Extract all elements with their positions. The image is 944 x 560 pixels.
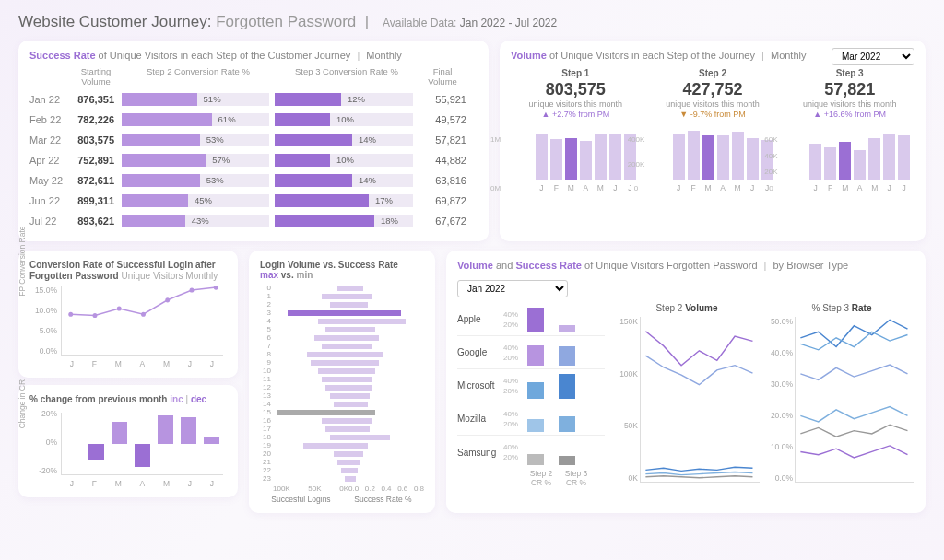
browser-row: Google 40%20%	[457, 336, 605, 369]
browser-row: Microsoft 40%20%	[457, 369, 605, 402]
success-rate-row: Jan 22 876,351 51% 12% 55,921	[30, 90, 478, 109]
title-prefix: Website Customer Journey:	[18, 13, 211, 30]
conversion-subtitle: Unique Visitors Monthly	[121, 271, 218, 281]
sr-step2-bar: 61%	[122, 113, 269, 126]
sr-step3-bar: 14%	[275, 174, 413, 187]
sr-step2-bar: 53%	[122, 174, 269, 187]
sr-final-volume: 63,816	[419, 175, 466, 186]
browser-yaxis: 40%20%	[503, 377, 527, 395]
browser-title: Volume and Success Rate of Unique Visito…	[457, 260, 914, 271]
conversion-plot	[61, 286, 223, 356]
change-title-text: % change from previous month	[30, 394, 167, 404]
butterfly-max: max	[260, 270, 278, 280]
sr-month: Jun 22	[30, 195, 70, 206]
browser-step3-bar	[559, 374, 575, 399]
sr-final-volume: 69,872	[419, 195, 466, 206]
browser-row: Mozilla 40%20%	[457, 402, 605, 436]
success-rate-header: Starting Volume Step 2 Conversion Rate %…	[30, 66, 478, 87]
browser-step3-bar	[559, 416, 575, 432]
butterfly-min: min	[296, 270, 313, 280]
step-subtitle: unique visitors this month	[648, 99, 778, 109]
success-rate-period: Monthly	[366, 50, 402, 61]
volume-step: Step 3 57,821 unique visitors this month…	[785, 68, 914, 192]
browser-bars	[527, 406, 605, 432]
mini-bar	[536, 134, 548, 180]
mini-bar	[673, 134, 685, 180]
svg-point-4	[165, 298, 170, 302]
page-header: Website Customer Journey: Forgotten Pass…	[18, 13, 926, 31]
sr-starting-volume: 803,575	[70, 134, 122, 146]
spark-volume-plot	[640, 317, 760, 483]
svg-point-0	[68, 312, 73, 317]
success-rate-title-em: Success Rate	[30, 50, 96, 61]
volume-step: Step 2 427,752 unique visitors this mont…	[648, 68, 778, 192]
spark-rate-yaxis: 50.0%40.0%30.0%20.0%10.0%0.0%	[769, 317, 793, 483]
butterfly-row-labels: 01234567891011121314151617181920212223	[260, 284, 273, 483]
spark-rate-title: % Step 3 Rate	[769, 303, 914, 313]
sr-final-volume: 67,672	[419, 216, 466, 227]
sr-starting-volume: 876,351	[70, 94, 122, 105]
success-rate-row: Apr 22 752,891 57% 10% 44,882	[30, 151, 478, 169]
browser-yaxis: 40%20%	[503, 344, 527, 362]
change-sep: |	[185, 394, 188, 404]
sr-final-volume: 57,821	[419, 134, 466, 146]
butterfly-xlabels: Succesful Logins Success Rate %	[260, 495, 424, 504]
mini-bar	[732, 132, 744, 180]
browser-yaxis: 40%20%	[503, 310, 527, 329]
sr-starting-volume: 872,611	[70, 175, 122, 186]
browser-name: Apple	[457, 314, 503, 324]
col-step2: Step 2 Conversion Rate %	[122, 66, 275, 87]
mini-month-labels: JFMAMJJ	[805, 183, 914, 192]
volume-period: Monthly	[771, 50, 807, 61]
change-bar-chart: Change in CR 20%0%-20% JFMAMJJ	[30, 409, 227, 488]
volume-steps: Step 1 803,575 unique visitors this mont…	[511, 68, 914, 192]
mini-bars	[805, 124, 914, 181]
separator: |	[357, 50, 360, 61]
page-title: Website Customer Journey: Forgotten Pass…	[18, 13, 373, 31]
change-xaxis: JFMAMJJ	[61, 479, 223, 488]
step-subtitle: unique visitors this month	[511, 99, 641, 109]
sr-month: Feb 22	[30, 114, 70, 125]
sr-step3-bar: 17%	[275, 194, 413, 207]
available-data: Available Data: Jan 2022 - Jul 2022	[383, 17, 557, 29]
col-step3: Step 3 Conversion Rate %	[275, 66, 419, 87]
volume-step: Step 1 803,575 unique visitors this mont…	[511, 68, 641, 192]
volume-month-select[interactable]: Mar 2022	[832, 48, 914, 65]
available-label: Available Data:	[383, 17, 457, 29]
browser-step2-bar	[527, 454, 544, 465]
mini-yaxis: 1M0M	[490, 135, 501, 192]
success-rate-title-rest: of Unique Visitors in each Step of the C…	[99, 50, 351, 61]
step-value: 427,752	[648, 80, 778, 99]
browser-bar-column: Apple 40%20% Google 40%20% Microsoft 40%…	[457, 303, 605, 487]
mini-bar	[868, 138, 880, 180]
browser-bars	[527, 439, 605, 465]
butterfly-body: 01234567891011121314151617181920212223	[260, 284, 424, 483]
svg-point-3	[141, 312, 146, 317]
sr-step2-bar: 57%	[122, 154, 269, 167]
change-inc-label: inc	[170, 394, 183, 404]
volume-card: Volume of Unique Visitors in each Step o…	[500, 41, 926, 241]
mini-bar	[595, 134, 607, 180]
sr-starting-volume: 899,311	[70, 195, 122, 206]
sr-starting-volume: 752,891	[70, 155, 122, 166]
butterfly-left	[273, 284, 348, 483]
spark-rate-column: % Step 3 Rate 50.0%40.0%30.0%20.0%10.0%0…	[769, 303, 914, 487]
mini-bar	[565, 138, 577, 180]
mini-bar	[898, 135, 910, 180]
browser-step2-bar	[527, 345, 544, 365]
success-rate-rows: Jan 22 876,351 51% 12% 55,921Feb 22 782,…	[30, 90, 478, 230]
mini-month-labels: JFMAMJJ	[668, 183, 778, 192]
conversion-rate-card: Conversion Rate of Successful Login afte…	[18, 251, 238, 378]
separator: |	[761, 50, 764, 61]
success-rate-card: Success Rate of Unique Visitors in each …	[18, 41, 489, 241]
browser-month-select[interactable]: Jan 2022	[457, 280, 568, 298]
step-name: Step 3	[785, 68, 914, 78]
browser-step3-bar	[559, 346, 575, 365]
sr-step3-bar: 12%	[275, 93, 413, 106]
change-ylabel: Change in CR	[18, 379, 27, 428]
change-plot	[61, 413, 223, 475]
mini-bar	[883, 134, 895, 180]
browser-yaxis: 40%20%	[503, 410, 527, 428]
col-starting-volume: Starting Volume	[70, 66, 122, 87]
sr-final-volume: 55,921	[419, 94, 466, 105]
